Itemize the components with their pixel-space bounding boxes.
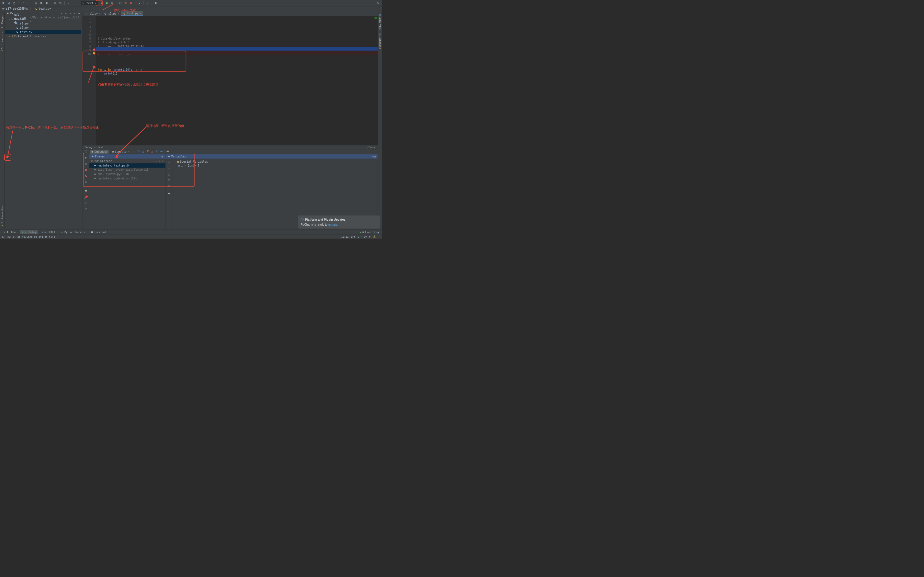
coverage-icon[interactable] bbox=[110, 2, 114, 5]
side-tab-dataview[interactable]: ▤Data View bbox=[379, 13, 381, 30]
python-console-tab[interactable]: Python Console bbox=[60, 230, 87, 234]
hide-icon[interactable]: → bbox=[78, 12, 81, 15]
concurrency-icon[interactable] bbox=[124, 2, 127, 5]
settings-gear-icon[interactable]: ;">✲ bbox=[367, 146, 373, 149]
lightbulb-icon[interactable]: 💡 bbox=[93, 52, 95, 55]
view-breakpoints-icon[interactable] bbox=[84, 174, 88, 178]
run-to-cursor-icon[interactable] bbox=[160, 150, 163, 153]
run-button[interactable] bbox=[100, 2, 103, 5]
stop-debug-button[interactable] bbox=[84, 168, 88, 172]
run-toolwindow-tab[interactable]: 4: Run bbox=[2, 230, 17, 234]
project-root-node[interactable]: ▾ s17-day23爬虫 ~/PycharmProjects/Django/s… bbox=[5, 17, 81, 21]
frame-row-1[interactable]: execfile, _pydev_execfile.py:18 bbox=[89, 168, 166, 172]
scroll-to-source-icon[interactable]: ⊙ bbox=[65, 12, 68, 15]
breakpoint-gutter[interactable]: 💡 bbox=[92, 16, 96, 145]
close-tab-icon[interactable]: × bbox=[140, 12, 141, 15]
file-node-s2[interactable]: s2.py bbox=[5, 26, 81, 30]
breakpoint-icon[interactable] bbox=[93, 48, 95, 50]
settings-gear-icon[interactable]: ✲ bbox=[73, 12, 76, 15]
open-icon[interactable] bbox=[2, 2, 5, 5]
close-tab-icon[interactable]: × bbox=[118, 12, 119, 15]
todo-toolwindow-tab[interactable]: ✓ 6: TODO bbox=[41, 230, 56, 234]
step-out-icon[interactable] bbox=[155, 150, 158, 153]
show-watches-icon[interactable] bbox=[168, 192, 170, 196]
resume-button[interactable] bbox=[84, 156, 88, 160]
mute-breakpoints-icon[interactable] bbox=[84, 181, 88, 184]
exit-icon[interactable] bbox=[154, 2, 158, 5]
help-icon[interactable]: ? bbox=[84, 208, 88, 211]
profile-icon[interactable] bbox=[118, 2, 122, 5]
remove-watch-icon[interactable]: － bbox=[168, 166, 171, 170]
debug-button[interactable] bbox=[105, 2, 108, 5]
terminal-tab[interactable]: Terminal bbox=[90, 230, 107, 234]
external-libraries-node[interactable]: ▸ ⫴ External Libraries bbox=[5, 34, 81, 39]
side-tab-project[interactable]: 1: Project bbox=[1, 13, 3, 28]
breadcrumb-file[interactable]: text.py bbox=[35, 7, 51, 10]
pin-icon[interactable]: 📌 bbox=[84, 195, 88, 199]
evaluate-expression-icon[interactable] bbox=[166, 150, 169, 153]
editor-tab-s1[interactable]: s1.py × bbox=[84, 11, 102, 16]
show-exec-point-icon[interactable]: ↦ bbox=[134, 150, 135, 153]
update-link[interactable]: update bbox=[328, 223, 338, 226]
step-into-icon[interactable] bbox=[142, 150, 145, 153]
copy-icon[interactable] bbox=[40, 2, 43, 5]
search-everywhere-icon[interactable] bbox=[376, 1, 380, 5]
close-panel-icon[interactable]: ✕ bbox=[84, 201, 88, 205]
stop-button[interactable] bbox=[129, 2, 132, 5]
frame-row-3[interactable]: <module>, pydevd.py:1591 bbox=[89, 176, 166, 181]
editor-tab-s2[interactable]: s2.py × bbox=[102, 11, 121, 16]
thread-selector[interactable]: ⎅ MainThread ▾ ↑ ↓ bbox=[89, 158, 166, 163]
pause-button[interactable] bbox=[84, 162, 88, 166]
cursor-position[interactable]: 10:13 bbox=[341, 235, 349, 238]
context-indicator[interactable]: ⎋ bbox=[369, 235, 370, 238]
cut-icon[interactable] bbox=[34, 2, 38, 5]
file-encoding[interactable]: UTF-8‡ bbox=[358, 235, 367, 238]
breadcrumb-project[interactable]: s17-day23爬虫 bbox=[2, 6, 27, 10]
readonly-lock-icon[interactable]: 🔓 bbox=[373, 235, 376, 238]
help-icon[interactable]: ? bbox=[146, 2, 149, 5]
debugger-tab[interactable]: Debugger bbox=[90, 150, 109, 154]
side-tab-structure[interactable]: ⫴7: Structure bbox=[1, 32, 3, 52]
inspection-indicator[interactable] bbox=[375, 17, 377, 19]
sync-icon[interactable] bbox=[12, 2, 16, 5]
line-separator[interactable]: LF‡ bbox=[351, 235, 355, 238]
move-up-icon[interactable]: ▲ bbox=[168, 172, 170, 176]
editor-tab-text[interactable]: text.py × bbox=[121, 11, 143, 16]
force-step-into-icon[interactable] bbox=[151, 150, 154, 153]
move-down-icon[interactable]: ▼ bbox=[168, 178, 170, 182]
replace-icon[interactable] bbox=[58, 2, 62, 5]
redo-icon[interactable] bbox=[26, 2, 29, 5]
paste-icon[interactable] bbox=[45, 2, 48, 5]
frame-row-0[interactable]: <module>, text.py:9 bbox=[89, 163, 166, 168]
restore-layout-icon[interactable]: →⊡ bbox=[160, 155, 163, 158]
add-watch-icon[interactable]: ＋ bbox=[168, 160, 171, 164]
restore-layout-icon[interactable]: ↔⊡ bbox=[372, 155, 376, 158]
wand-icon[interactable] bbox=[137, 2, 141, 5]
undo-icon[interactable] bbox=[21, 2, 24, 5]
variable-i[interactable]: ▣ i = {int} 5 bbox=[174, 164, 376, 168]
console-tab[interactable]: Console ▾ bbox=[111, 150, 130, 154]
file-node-text[interactable]: text.py bbox=[5, 30, 81, 34]
step-into-mycode-icon[interactable] bbox=[146, 150, 149, 153]
special-variables-node[interactable]: ▸ ▦ Special Variables bbox=[174, 160, 376, 164]
update-notification[interactable]: ⓘ Platform and Plugin Updates PyCharm is… bbox=[298, 215, 380, 228]
debug-toolwindow-tab[interactable]: 5: Debug bbox=[20, 230, 38, 234]
back-icon[interactable] bbox=[67, 2, 70, 5]
collapse-all-icon[interactable]: ⇲ bbox=[69, 12, 72, 15]
close-tab-icon[interactable]: × bbox=[99, 12, 100, 15]
rerun-icon[interactable] bbox=[85, 150, 87, 153]
tool-window-quick-access-icon[interactable] bbox=[2, 235, 5, 238]
settings-icon[interactable] bbox=[84, 189, 88, 193]
event-log-tab[interactable]: ● Event Log bbox=[359, 230, 380, 234]
step-over-icon[interactable] bbox=[137, 150, 140, 153]
find-icon[interactable] bbox=[53, 2, 57, 5]
project-dropdown-icon[interactable]: ▾ bbox=[60, 12, 63, 15]
code-editor[interactable]: 1 2 3 4 5 6 7 8 9 10 💡 #!/usr/bin/env bbox=[82, 16, 378, 145]
side-tab-database[interactable]: 🗄Database bbox=[379, 34, 381, 49]
run-config-selector[interactable]: text ▾ bbox=[81, 1, 98, 5]
save-all-icon[interactable] bbox=[7, 2, 11, 5]
hide-icon[interactable]: → bbox=[374, 146, 375, 149]
frame-row-2[interactable]: run, pydevd.py:1018 bbox=[89, 172, 166, 176]
side-tab-favorites[interactable]: ★2: Favorites bbox=[1, 206, 3, 227]
code-content[interactable]: #!/usr/bin/env python # _*_coding:utf-8_… bbox=[96, 16, 378, 145]
